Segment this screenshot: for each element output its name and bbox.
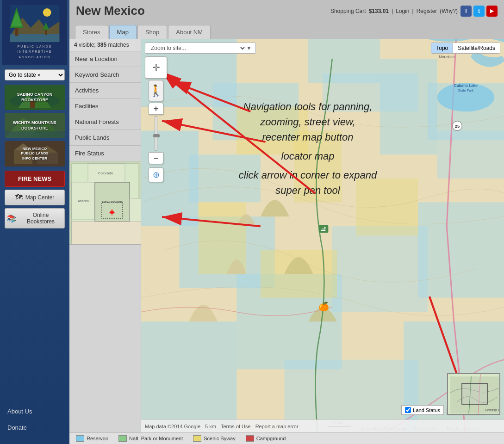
- report-link[interactable]: Report a map error: [255, 424, 299, 429]
- state-selector[interactable]: Go to state »: [5, 69, 65, 80]
- donate-link[interactable]: Donate: [5, 420, 65, 435]
- zoom-out-button[interactable]: −: [149, 152, 163, 164]
- svg-text:Las C: Las C: [492, 408, 500, 412]
- svg-rect-88: [462, 383, 487, 404]
- logo-area: PUBLIC LANDS INTERPRETIVE ASSOCIATION: [2, 0, 67, 65]
- land-status-label: Land Status: [413, 407, 440, 413]
- svg-text:🏕: 🏕: [321, 227, 326, 232]
- map-center-button[interactable]: 🗺 Map Center: [5, 190, 65, 205]
- svg-text:Colorado: Colorado: [98, 171, 113, 175]
- topo-button[interactable]: Topo: [431, 43, 453, 53]
- tabs: Stores Map Shop About NM: [69, 22, 504, 39]
- register-link[interactable]: Register: [417, 8, 437, 14]
- fire-news-button[interactable]: FIRE NEWS: [5, 171, 65, 187]
- online-bookstores-label: Online Bookstores: [19, 212, 62, 225]
- wichita-mountains-store[interactable]: WICHITA MOUNTAINSBOOKSTORE: [5, 113, 65, 138]
- svg-text:25: 25: [455, 124, 460, 129]
- tab-stores[interactable]: Stores: [75, 25, 108, 39]
- svg-text:Caballo Lake: Caballo Lake: [454, 84, 478, 88]
- facebook-icon[interactable]: f: [460, 6, 472, 17]
- filter-keyword-search[interactable]: Keyword Search: [69, 67, 141, 83]
- cart-area: Shopping Cart $133.01 | Login | Register…: [330, 6, 498, 17]
- legend-campground: Campground: [246, 435, 286, 442]
- tab-shop[interactable]: Shop: [137, 25, 167, 39]
- content-area: 4 visible; 385 matches Near a Location K…: [69, 39, 504, 432]
- svg-rect-51: [141, 321, 236, 432]
- register-why: (Why?): [440, 8, 458, 14]
- map-bottom-bar: Map data ©2014 Google 5 km Terms of Use …: [141, 419, 504, 432]
- satellite-label: Satellite/Roads: [458, 45, 495, 51]
- results-visible: 4 visible; 385 matches: [74, 42, 129, 48]
- svg-rect-57: [356, 179, 418, 236]
- satellite-button[interactable]: Satellite/Roads: [453, 43, 500, 53]
- svg-text:Arizona: Arizona: [78, 199, 89, 203]
- terms-link[interactable]: Terms of Use: [221, 424, 251, 429]
- map-data-credit: Map data ©2014 Google: [145, 424, 200, 429]
- nav-controls: ✛ 🚶 + − ⊕: [145, 56, 167, 182]
- svg-rect-7: [45, 29, 47, 35]
- legend-reservoir: Reservoir: [76, 435, 108, 442]
- about-us-label: About Us: [7, 408, 32, 415]
- legend-byway-icon: [193, 435, 201, 442]
- filter-public-lands[interactable]: Public Lands: [69, 130, 141, 146]
- svg-rect-17: [5, 131, 65, 138]
- legend-park-icon: [118, 435, 127, 442]
- logo-image: [9, 5, 60, 42]
- locator-map[interactable]: Colorado Arizona New Mexico: [69, 161, 141, 245]
- filter-national-forests[interactable]: National Forests: [69, 114, 141, 130]
- recenter-button[interactable]: ⊕: [149, 167, 163, 182]
- land-status-input[interactable]: [405, 407, 411, 413]
- svg-rect-32: [72, 222, 141, 245]
- legend-scenic-byway: Scenic Byway: [193, 435, 235, 442]
- top-bar: New Mexico Shopping Cart $133.01 | Login…: [69, 0, 504, 22]
- street-view-person[interactable]: 🚶: [149, 80, 163, 101]
- map-center-icon: 🗺: [15, 193, 23, 202]
- legend-campground-icon: [246, 435, 254, 442]
- online-bookstores-button[interactable]: 📚 Online Bookstores: [5, 208, 65, 228]
- map-center-label: Map Center: [25, 194, 55, 201]
- nm-public-lands-store[interactable]: NEW MEXICOPUBLIC LANDSINFO CENTER: [5, 141, 65, 166]
- filter-fire-status[interactable]: Fire Status: [69, 146, 141, 161]
- sabino-canyon-store[interactable]: SABINO CANYONBOOKSTORE: [5, 85, 65, 110]
- state-dropdown[interactable]: Go to state »: [5, 69, 65, 80]
- zoom-dropdown-icon: ▼: [246, 45, 252, 51]
- map-type-buttons: Topo Satellite/Roads: [431, 43, 500, 54]
- tab-about-nm[interactable]: About NM: [168, 25, 211, 39]
- legend-natl-park: Natl. Park or Monument: [118, 435, 183, 442]
- svg-rect-47: [437, 131, 504, 179]
- filter-facilities[interactable]: Facilities: [69, 99, 141, 114]
- pan-control[interactable]: ✛: [145, 56, 167, 79]
- svg-rect-41: [189, 154, 261, 202]
- zoom-in-button[interactable]: +: [149, 103, 163, 115]
- twitter-icon[interactable]: t: [473, 6, 485, 17]
- books-icon: 📚: [7, 214, 16, 223]
- zoom-slider-handle[interactable]: [153, 134, 160, 137]
- main-content: New Mexico Shopping Cart $133.01 | Login…: [69, 0, 504, 444]
- zoom-to-site-wrapper: Zoom to site... ▼: [145, 43, 256, 54]
- map-area[interactable]: Caballo Lake State Park 25 🏕 🍊 ✓ Land St…: [141, 39, 504, 432]
- filter-near-location[interactable]: Near a Location: [69, 51, 141, 67]
- cart-text: Shopping Cart: [330, 8, 366, 14]
- zoom-to-site-select[interactable]: Zoom to site...: [149, 44, 246, 52]
- mini-map-thumbnail[interactable]: Deming Las C: [447, 373, 500, 415]
- cart-amount: $133.01: [369, 8, 389, 14]
- fire-news-label: FIRE NEWS: [18, 175, 51, 182]
- legend-reservoir-icon: [76, 435, 84, 442]
- map-scale: 5 km: [205, 424, 216, 429]
- page-title: New Mexico: [76, 4, 145, 18]
- filter-panel: 4 visible; 385 matches Near a Location K…: [69, 39, 141, 432]
- youtube-icon[interactable]: ▶: [486, 6, 498, 17]
- sidebar: PUBLIC LANDS INTERPRETIVE ASSOCIATION Go…: [0, 0, 69, 444]
- tab-map[interactable]: Map: [109, 25, 137, 39]
- about-us-link[interactable]: About Us: [5, 404, 65, 419]
- svg-rect-55: [294, 131, 342, 203]
- svg-text:Mountain: Mountain: [439, 55, 454, 59]
- filter-activities[interactable]: Activities: [69, 83, 141, 99]
- social-icons: f t ▶: [460, 6, 498, 17]
- svg-text:State Park: State Park: [458, 88, 474, 92]
- login-link[interactable]: Login: [396, 8, 409, 14]
- land-status-checkbox[interactable]: Land Status: [401, 405, 444, 415]
- donate-label: Donate: [7, 424, 27, 431]
- zoom-slider-track[interactable]: [155, 116, 157, 151]
- org-name: PUBLIC LANDS INTERPRETIVE ASSOCIATION: [18, 44, 52, 60]
